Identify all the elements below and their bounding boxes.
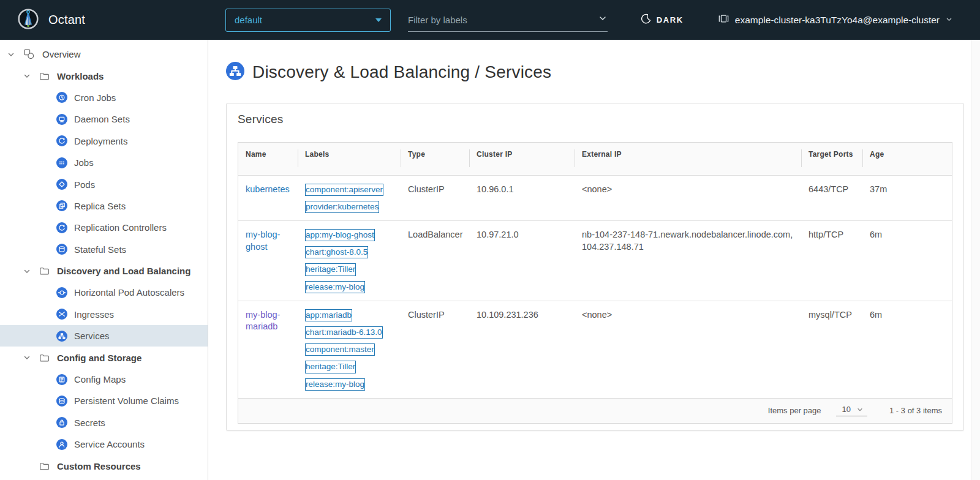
scrollbar-track[interactable] — [971, 40, 980, 480]
sidebar-item-label: Overview — [42, 49, 81, 59]
label-pill[interactable]: heritage:Tiller — [305, 263, 356, 276]
sidebar-item-workloads[interactable]: Workloads — [0, 65, 208, 86]
sidebar-item-label: Stateful Sets — [74, 244, 126, 255]
items-per-page-select[interactable]: 10 — [836, 405, 867, 416]
label-pill[interactable]: chart:mariadb-6.13.0 — [305, 326, 383, 339]
moon-icon — [641, 13, 651, 26]
sidebar-item-label: Workloads — [57, 71, 104, 81]
label-pill[interactable]: app:mariadb — [305, 309, 352, 321]
folder-icon — [39, 461, 50, 471]
label-pill[interactable]: heritage:Tiller — [305, 361, 356, 373]
sidebar-item-overview[interactable]: Overview — [0, 43, 208, 65]
label-filter-input[interactable] — [408, 15, 598, 25]
sidebar-item-label: Daemon Sets — [74, 114, 130, 124]
column-header-labels: Labels — [298, 143, 401, 175]
label-pill[interactable]: component:apiserver — [305, 184, 383, 196]
sidebar-item-label: Custom Resources — [57, 461, 141, 471]
column-header-type: Type — [401, 143, 469, 175]
table-row: my-blog-mariadbapp:mariadbchart:mariadb-… — [238, 301, 952, 398]
chevron-down-icon[interactable] — [6, 50, 16, 59]
type-cell: ClusterIP — [401, 175, 469, 220]
sidebar-item-secrets[interactable]: Secrets — [0, 412, 208, 433]
replication-controllers-icon — [56, 222, 67, 233]
items-per-page-label: Items per page — [768, 406, 821, 415]
caret-down-icon — [375, 18, 382, 22]
items-per-page-value: 10 — [842, 405, 851, 414]
sidebar-item-stateful-sets[interactable]: Stateful Sets — [0, 239, 208, 260]
sidebar-item-services[interactable]: Services — [0, 325, 208, 347]
services-datagrid: NameLabelsTypeCluster IPExternal IPTarge… — [238, 142, 952, 424]
label-pill[interactable]: component:master — [305, 343, 375, 356]
sidebar-item-daemon-sets[interactable]: Daemon Sets — [0, 108, 208, 130]
cluster-selector[interactable]: example-cluster-ka3TuTzYo4a@example-clus… — [718, 13, 953, 27]
sidebar-item-persistent-volume-claims[interactable]: Persistent Volume Claims — [0, 390, 208, 411]
sidebar-item-config-maps[interactable]: Config Maps — [0, 369, 208, 390]
external-ip-cell: <none> — [575, 175, 801, 220]
theme-toggle-button[interactable]: DARK — [641, 13, 684, 26]
age-cell: 6m — [862, 301, 952, 398]
sidebar-nav: OverviewWorkloadsCron JobsDaemon SetsDep… — [0, 40, 208, 480]
sidebar-item-service-accounts[interactable]: Service Accounts — [0, 433, 208, 455]
chevron-down-icon[interactable] — [22, 353, 32, 362]
label-pill[interactable]: app:my-blog-ghost — [305, 229, 375, 241]
label-pill[interactable]: chart:ghost-8.0.5 — [305, 246, 368, 258]
target-ports-cell: http/TCP — [801, 220, 862, 301]
chevron-down-icon[interactable] — [598, 13, 608, 26]
jobs-icon — [56, 157, 67, 168]
theme-toggle-label: DARK — [657, 15, 684, 24]
namespace-select[interactable]: default — [225, 9, 391, 32]
chevron-down-icon[interactable] — [22, 266, 32, 276]
sidebar-item-pods[interactable]: Pods — [0, 173, 208, 195]
label-pill[interactable]: release:my-blog — [305, 378, 365, 391]
sidebar-item-label: Config and Storage — [57, 353, 141, 363]
replica-sets-icon — [56, 200, 67, 211]
namespace-select-value: default — [235, 15, 262, 25]
column-header-target-ports: Target Ports — [801, 143, 862, 175]
service-accounts-icon — [56, 439, 67, 450]
sidebar-item-label: Ingresses — [74, 309, 114, 320]
type-cell: ClusterIP — [401, 301, 469, 398]
sidebar-item-label: Service Accounts — [74, 439, 145, 449]
table-row: kubernetescomponent:apiserverprovider:ku… — [238, 175, 952, 220]
app-title: Octant — [48, 13, 85, 27]
service-name-link[interactable]: my-blog-ghost — [246, 230, 280, 252]
target-ports-cell: 6443/TCP — [801, 175, 862, 220]
sidebar-item-cron-jobs[interactable]: Cron Jobs — [0, 87, 208, 108]
chevron-down-icon — [856, 406, 864, 413]
cluster-ip-cell: 10.97.21.0 — [469, 220, 575, 301]
sidebar-item-replication-controllers[interactable]: Replication Controllers — [0, 217, 208, 238]
sidebar-item-discovery-and-load-balancing[interactable]: Discovery and Load Balancing — [0, 260, 208, 282]
age-cell: 6m — [862, 220, 952, 301]
services-card: Services NameLabelsTypeCluster IPExterna… — [226, 103, 964, 431]
cluster-icon — [718, 13, 729, 27]
sidebar-item-jobs[interactable]: Jobs — [0, 152, 208, 173]
octant-logo — [17, 8, 39, 32]
service-name-link[interactable]: kubernetes — [246, 184, 290, 194]
pagination: Items per page 10 1 - 3 of 3 items — [238, 398, 952, 423]
column-header-age: Age — [862, 143, 952, 175]
horizontal-pod-autoscalers-icon — [56, 287, 67, 298]
ingresses-icon — [56, 309, 67, 320]
services-icon — [226, 62, 244, 83]
sidebar-item-label: Deployments — [74, 136, 128, 146]
brand: Octant — [0, 8, 208, 32]
sidebar-item-label: Pods — [74, 179, 95, 190]
main-content: Discovery & Load Balancing / Services Se… — [208, 40, 980, 480]
sidebar-item-custom-resources[interactable]: Custom Resources — [0, 455, 208, 476]
sidebar-item-config-and-storage[interactable]: Config and Storage — [0, 347, 208, 368]
sidebar-item-horizontal-pod-autoscalers[interactable]: Horizontal Pod Autoscalers — [0, 282, 208, 303]
card-title: Services — [238, 113, 952, 126]
pagination-range-label: 1 - 3 of 3 items — [889, 406, 942, 415]
service-name-link[interactable]: my-blog-mariadb — [246, 310, 280, 332]
label-pill[interactable]: provider:kubernetes — [305, 201, 379, 213]
cron-jobs-icon — [56, 92, 67, 103]
sidebar-item-label: Horizontal Pod Autoscalers — [74, 287, 184, 298]
services-table: NameLabelsTypeCluster IPExternal IPTarge… — [238, 143, 952, 398]
sidebar-item-ingresses[interactable]: Ingresses — [0, 304, 208, 325]
column-header-external-ip: External IP — [575, 143, 801, 175]
sidebar-item-replica-sets[interactable]: Replica Sets — [0, 195, 208, 217]
sidebar-item-deployments[interactable]: Deployments — [0, 130, 208, 152]
label-pill[interactable]: release:my-blog — [305, 281, 365, 293]
chevron-down-icon[interactable] — [22, 71, 32, 81]
table-row: my-blog-ghostapp:my-blog-ghostchart:ghos… — [238, 220, 952, 301]
